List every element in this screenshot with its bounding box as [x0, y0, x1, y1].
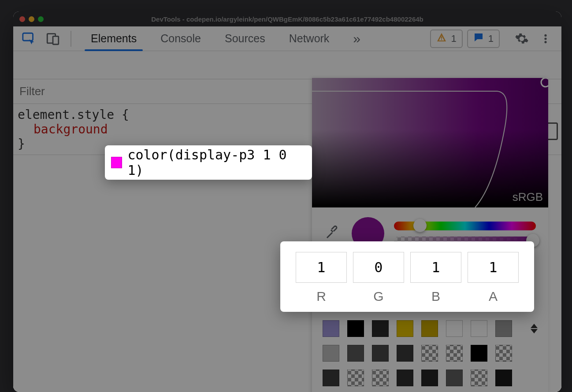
device-toggle-icon[interactable] [43, 29, 63, 48]
hue-thumb[interactable] [413, 219, 427, 232]
color-value-popover: color(display-p3 1 0 1) [105, 145, 312, 180]
tab-elements[interactable]: Elements [91, 26, 137, 51]
palette-swatch[interactable] [347, 320, 364, 337]
palette-swatch[interactable] [421, 370, 438, 386]
palette-swatch[interactable] [471, 345, 487, 362]
open-brace: { [122, 107, 130, 122]
channel-A: A [468, 252, 519, 304]
palette-row [323, 370, 538, 386]
hue-slider[interactable] [394, 222, 536, 230]
svg-rect-4 [441, 39, 442, 40]
palette-swatch[interactable] [446, 320, 463, 337]
palette-swatch[interactable] [372, 345, 389, 362]
palette-swatch[interactable] [323, 320, 339, 337]
palette-swatch[interactable] [323, 345, 339, 362]
color-swatch-icon[interactable] [111, 157, 122, 168]
tab-sources[interactable]: Sources [225, 26, 265, 51]
svg-point-8 [541, 78, 548, 87]
color-picker: sRGB [312, 78, 548, 392]
channel-input-G[interactable] [353, 252, 404, 283]
channel-input-B[interactable] [410, 252, 461, 283]
traffic-lights [19, 16, 44, 22]
tab-overflow[interactable]: » [353, 26, 360, 51]
palette-swatch[interactable] [397, 345, 413, 362]
channel-G: G [353, 252, 404, 304]
saturation-field[interactable]: sRGB [312, 78, 548, 207]
gamut-boundary [312, 78, 548, 207]
palette-swatch[interactable] [397, 320, 413, 337]
svg-point-7 [544, 41, 546, 43]
channel-label-A: A [489, 289, 498, 304]
divider [71, 31, 71, 47]
palette-swatch[interactable] [421, 320, 438, 337]
channel-label-R: R [316, 289, 326, 304]
palette-swatch[interactable] [372, 320, 389, 337]
palette-swatch[interactable] [471, 320, 487, 337]
svg-rect-0 [23, 33, 33, 41]
rgba-inputs-popover: RGBA [280, 241, 534, 312]
more-icon[interactable] [536, 29, 555, 48]
palette-swatch[interactable] [471, 370, 487, 386]
srgb-label: sRGB [513, 190, 543, 204]
svg-rect-2 [53, 36, 59, 44]
palette-swatch[interactable] [446, 345, 463, 362]
maximize-icon[interactable] [38, 16, 44, 22]
gear-icon[interactable] [512, 29, 531, 48]
svg-point-5 [544, 34, 546, 36]
issues-icon [473, 32, 484, 45]
warning-icon [436, 32, 447, 45]
palette-swatch[interactable] [446, 370, 463, 386]
channel-B: B [410, 252, 461, 304]
color-value-text[interactable]: color(display-p3 1 0 1) [127, 147, 306, 178]
palette-swatch[interactable] [323, 370, 339, 386]
channel-input-A[interactable] [468, 252, 519, 283]
palette-swatch[interactable] [495, 320, 512, 337]
warnings-count: 1 [451, 33, 457, 44]
channel-input-R[interactable] [296, 252, 347, 283]
window-titlebar: DevTools - codepen.io/argyleink/pen/QWBg… [13, 11, 561, 26]
inspect-icon[interactable] [19, 29, 39, 48]
tab-console[interactable]: Console [160, 26, 201, 51]
channel-label-B: B [431, 289, 440, 304]
svg-point-6 [544, 37, 546, 40]
palette-swatch[interactable] [397, 370, 413, 386]
devtools-toolbar: Elements Console Sources Network » 1 1 [13, 26, 561, 51]
window-title: DevTools - codepen.io/argyleink/pen/QWBg… [13, 15, 561, 23]
eyedropper-icon[interactable] [324, 225, 342, 242]
devtools-tabs: Elements Console Sources Network » [91, 26, 360, 51]
devtools-window: DevTools - codepen.io/argyleink/pen/QWBg… [13, 11, 561, 392]
issues-badge[interactable]: 1 [467, 30, 500, 48]
warnings-badge[interactable]: 1 [430, 30, 463, 48]
styles-header [13, 51, 561, 79]
color-palette [312, 315, 548, 392]
palette-row [323, 320, 538, 337]
palette-swatch[interactable] [372, 370, 389, 386]
close-brace: } [18, 137, 26, 151]
issues-count: 1 [488, 33, 494, 44]
palette-swatch[interactable] [495, 345, 512, 362]
selector-text: element.style [18, 107, 114, 122]
palette-swatch[interactable] [347, 370, 364, 386]
tab-network[interactable]: Network [289, 26, 330, 51]
channel-R: R [296, 252, 347, 304]
svg-rect-3 [441, 37, 442, 39]
palette-swatch[interactable] [421, 345, 438, 362]
close-icon[interactable] [19, 16, 25, 22]
palette-swatch[interactable] [495, 370, 512, 386]
palette-swatch[interactable] [347, 345, 364, 362]
property-name[interactable]: background [33, 122, 108, 137]
minimize-icon[interactable] [29, 16, 34, 22]
channel-label-G: G [373, 289, 383, 304]
palette-stepper[interactable] [531, 324, 538, 333]
palette-row [323, 345, 538, 362]
